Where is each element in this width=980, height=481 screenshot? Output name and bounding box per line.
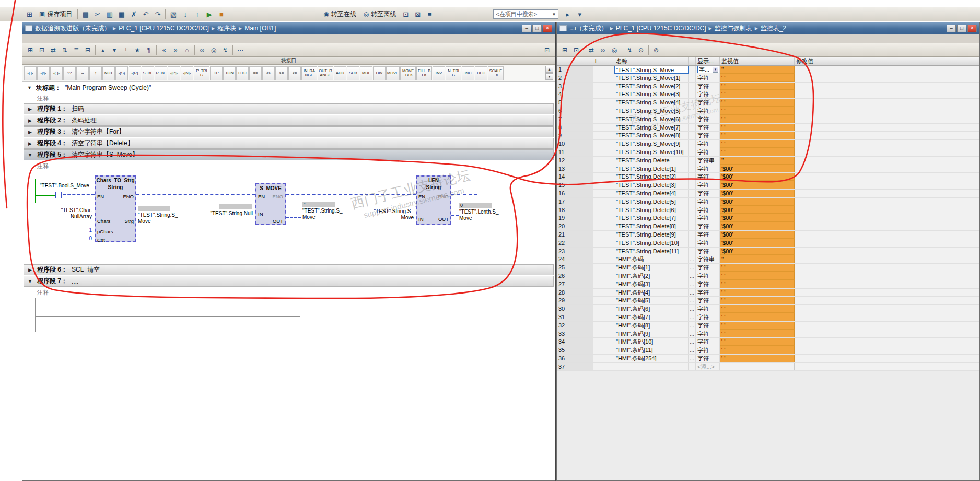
- network-7-header[interactable]: 程序段 7： ....: [24, 276, 554, 287]
- favorite-fill-blk[interactable]: FILL_BLK: [416, 66, 432, 80]
- contact-icon[interactable]: [61, 192, 62, 198]
- row-comment-dots[interactable]: [689, 124, 696, 132]
- len-block[interactable]: LEN String EN ENO IN OUT: [416, 175, 451, 225]
- favorite-no-contact[interactable]: -| |-: [24, 66, 37, 80]
- split-editor-icon[interactable]: ⊡: [541, 45, 553, 55]
- column-header-name[interactable]: 名称: [614, 57, 689, 65]
- close-branch-icon[interactable]: ⇅: [59, 45, 71, 55]
- breadcrumb-watch-force-tables[interactable]: 监控与强制表: [715, 24, 752, 33]
- row-name-cell[interactable]: "TEST".String.Delete[11]: [614, 248, 689, 255]
- collapse-arrow-icon[interactable]: [27, 85, 32, 90]
- row-comment-dots[interactable]: [689, 231, 696, 239]
- watch-table-row[interactable]: 31"HMI".条码[7]...字符' ': [557, 313, 979, 322]
- start-cpu-icon[interactable]: ▶: [203, 9, 215, 20]
- collapse-arrow-icon[interactable]: [27, 152, 33, 158]
- favorite-reset-bitfield[interactable]: R_BF: [155, 66, 167, 80]
- watch-table-row[interactable]: 29"HMI".条码[5]...字符' ': [557, 297, 979, 305]
- row-modify-value-cell[interactable]: [795, 198, 979, 206]
- go-online-button[interactable]: ◉转至在线: [320, 9, 359, 20]
- row-name-cell[interactable]: "TEST".String.S_Move[3]: [614, 90, 689, 98]
- favorite-n-trig[interactable]: N_TRIG: [446, 66, 461, 80]
- row-display-format-cell[interactable]: 字符: [696, 190, 720, 197]
- chars-to-strg-block[interactable]: Chars_TO_Strg String EN ENO Chars Strg p…: [95, 175, 136, 242]
- input-operand[interactable]: "TEST".String.S_ Move: [364, 208, 414, 221]
- row-display-format-cell[interactable]: 字符串: [696, 157, 720, 165]
- row-comment-dots[interactable]: [689, 239, 696, 247]
- row-comment-dots[interactable]: ...: [689, 322, 696, 330]
- favorite-empty-box[interactable]: ??: [63, 66, 76, 80]
- favorite-inc[interactable]: INC: [462, 66, 474, 80]
- more-options-icon[interactable]: ⋯: [235, 45, 246, 55]
- expand-arrow-icon[interactable]: [27, 267, 33, 273]
- watch-table-row[interactable]: 20"TEST".String.Delete[8]字符'$00': [557, 222, 979, 231]
- copy-icon[interactable]: ▥: [103, 9, 115, 20]
- favorite-inv[interactable]: INV: [433, 66, 445, 80]
- favorite-ctu[interactable]: CTU: [236, 66, 249, 80]
- row-name-cell[interactable]: "TEST".String.S_Move: [614, 66, 689, 74]
- row-name-cell[interactable]: "HMI".条码[6]: [614, 305, 689, 313]
- row-display-format-cell[interactable]: 字符串: [696, 255, 720, 263]
- column-header-display-format[interactable]: 显示...: [696, 57, 720, 65]
- row-name-cell[interactable]: "HMI".条码[3]: [614, 280, 689, 288]
- row-display-format-cell[interactable]: 字符: [696, 272, 720, 280]
- upload-from-device-icon[interactable]: ↑: [191, 9, 203, 20]
- favorite-nc-contact[interactable]: -|/|-: [37, 66, 50, 80]
- row-comment-dots[interactable]: ...: [689, 313, 696, 321]
- previous-error-icon[interactable]: «: [158, 45, 170, 55]
- row-modify-value-cell[interactable]: [795, 330, 979, 338]
- input-operand[interactable]: "TEST".Char. NullArray: [44, 207, 92, 220]
- minimize-button[interactable]: [947, 25, 956, 32]
- row-comment-dots[interactable]: [689, 248, 696, 255]
- row-display-format-cell[interactable]: 字符: [696, 231, 720, 239]
- block-interface-panel[interactable]: 块接口: [22, 57, 555, 65]
- favorite-div[interactable]: DIV: [373, 66, 386, 80]
- row-comment-dots[interactable]: [689, 214, 696, 222]
- favorite-coil[interactable]: -( )-: [50, 66, 63, 80]
- row-name-cell[interactable]: "TEST".String.Delete: [614, 157, 689, 165]
- row-modify-value-cell[interactable]: [795, 99, 979, 107]
- row-name-cell[interactable]: "HMI".条码[10]: [614, 338, 689, 346]
- row-modify-value-cell[interactable]: [795, 148, 979, 156]
- row-name-cell[interactable]: "TEST".String.S_Move[1]: [614, 74, 689, 82]
- row-name-cell[interactable]: "HMI".条码[1]: [614, 264, 689, 272]
- row-display-format-cell[interactable]: 字符: [696, 74, 720, 82]
- watch-table-row[interactable]: 11"TEST".String.S_Move[10]字符' ': [557, 148, 979, 157]
- row-display-format-cell[interactable]: 字符: [696, 206, 720, 214]
- row-comment-dots[interactable]: [689, 165, 696, 173]
- row-comment-dots[interactable]: [689, 132, 696, 139]
- snapshot-values-icon[interactable]: ◎: [208, 45, 219, 55]
- breadcrumb-watch-table-2[interactable]: 监控表_2: [761, 24, 786, 33]
- watch-table-row[interactable]: 36"HMI".条码[254]...字符' ': [557, 355, 979, 363]
- minimize-button[interactable]: [522, 25, 531, 32]
- row-display-format-cell[interactable]: 字符: [696, 222, 720, 230]
- favorite-close-branch[interactable]: ↑: [89, 66, 102, 80]
- favorite-n-contact[interactable]: -|N|-: [181, 66, 193, 80]
- row-comment-dots[interactable]: ...: [689, 297, 696, 304]
- row-display-format-cell[interactable]: 字符: [696, 338, 720, 346]
- row-display-format-cell[interactable]: 字符: [696, 90, 720, 98]
- row-name-cell[interactable]: "HMI".条码: [614, 255, 689, 263]
- row-modify-value-cell[interactable]: [795, 107, 979, 115]
- row-comment-dots[interactable]: [689, 198, 696, 206]
- collapse-arrow-icon[interactable]: [27, 279, 33, 284]
- network-6-header[interactable]: 程序段 6： SCL_清空: [24, 264, 554, 275]
- watch-table-row[interactable]: 6"TEST".String.S_Move[5]字符' ': [557, 107, 979, 115]
- favorite-not[interactable]: NOT: [102, 66, 115, 80]
- row-comment-dots[interactable]: [689, 66, 696, 74]
- breadcrumb-project[interactable]: 数据追溯改进版（未完成）: [35, 24, 110, 33]
- column-header-modify-value[interactable]: 修改值: [795, 57, 979, 65]
- watch-table-row[interactable]: 26"HMI".条码[2]...字符' ': [557, 272, 979, 280]
- row-display-format-cell[interactable]: 字符: [696, 115, 720, 123]
- row-display-format-cell[interactable]: 字符: [696, 214, 720, 222]
- row-modify-value-cell[interactable]: [795, 297, 979, 304]
- watch-table-row[interactable]: 37<添...>: [557, 363, 979, 371]
- row-name-cell[interactable]: "HMI".条码[254]: [614, 355, 689, 362]
- watch-table-row[interactable]: 30"HMI".条码[6]...字符' ': [557, 305, 979, 313]
- row-modify-value-cell[interactable]: [795, 173, 979, 181]
- row-display-format-cell[interactable]: 字符: [696, 124, 720, 132]
- row-name-cell[interactable]: "TEST".String.S_Move[7]: [614, 124, 689, 132]
- watch-table-row[interactable]: 19"TEST".String.Delete[7]字符'$00': [557, 214, 979, 222]
- save-project-button[interactable]: ▣保存项目: [36, 9, 76, 20]
- row-comment-dots[interactable]: [689, 148, 696, 156]
- breadcrumb-main-ob1[interactable]: Main [OB1]: [244, 25, 276, 32]
